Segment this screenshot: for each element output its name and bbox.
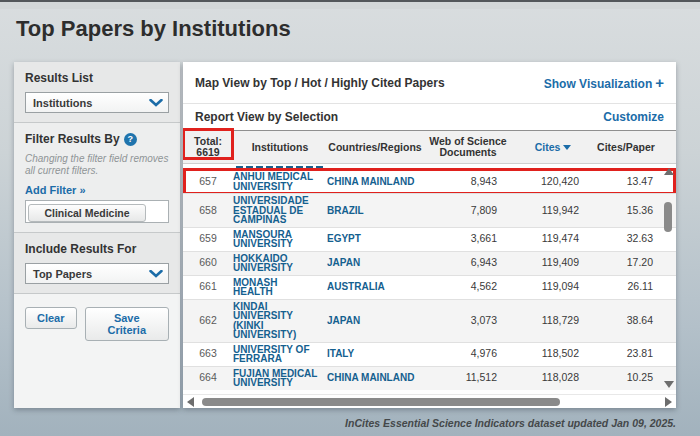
country-label: JAPAN [327, 258, 423, 268]
cites-per-paper-value: 26.11 [593, 282, 659, 292]
wos-documents-value: 3,661 [423, 234, 513, 244]
scroll-left-arrow-icon[interactable] [187, 397, 194, 407]
wos-documents-value: 3,073 [423, 316, 513, 326]
include-results-section: Include Results For Top Papers [14, 233, 180, 294]
clear-button[interactable]: Clear [25, 307, 77, 329]
table-body: 657ANHUI MEDICAL UNIVERSITYCHINA MAINLAN… [183, 164, 676, 394]
table-body-rows: 657ANHUI MEDICAL UNIVERSITYCHINA MAINLAN… [183, 169, 676, 390]
wos-documents-value: 7,809 [423, 206, 513, 216]
cites-value: 119,409 [513, 258, 593, 268]
customize-link[interactable]: Customize [603, 110, 664, 124]
cites-header-sorted[interactable]: Cites [513, 142, 593, 153]
cites-per-paper-value: 13.47 [593, 177, 659, 187]
filter-input[interactable]: Clinical Medicine [25, 200, 169, 223]
row-rank: 664 [183, 373, 233, 383]
cites-header-label: Cites [535, 141, 561, 153]
cites-value: 118,729 [513, 316, 593, 326]
wos-documents-value: 4,562 [423, 282, 513, 292]
country-label: CHINA MAINLAND [327, 177, 423, 187]
table-row: 664FUJIAN MEDICAL UNIVERSITYCHINA MAINLA… [183, 366, 676, 390]
chevron-down-icon [149, 270, 163, 278]
table-row: 662KINDAI UNIVERSITY (KINKI UNIVERSITY)J… [183, 299, 676, 342]
wos-documents-header[interactable]: Web of Science Documents [423, 136, 513, 158]
horizontal-scroll-thumb[interactable] [202, 398, 560, 406]
vertical-scrollbar[interactable] [662, 166, 674, 390]
cites-value: 118,502 [513, 349, 593, 359]
row-rank: 659 [183, 234, 233, 244]
wos-documents-value: 8,943 [423, 177, 513, 187]
country-label: ITALY [327, 349, 423, 359]
browser-top-strip [0, 0, 700, 9]
show-visualization-label: Show Visualization [544, 77, 652, 91]
total-value: 6619 [183, 147, 233, 158]
table-row: 660HOKKAIDO UNIVERSITYJAPAN6,943119,4091… [183, 251, 676, 275]
sort-descending-icon [563, 145, 571, 150]
save-criteria-button[interactable]: Save Criteria [85, 307, 169, 341]
cites-per-paper-value: 17.20 [593, 258, 659, 268]
row-rank: 658 [183, 206, 233, 216]
dataset-update-note: InCites Essential Science Indicators dat… [345, 417, 676, 429]
institution-link[interactable]: ANHUI MEDICAL UNIVERSITY [233, 172, 327, 191]
country-label: JAPAN [327, 316, 423, 326]
institutions-header[interactable]: Institutions [233, 142, 327, 153]
report-view-title: Report View by Selection [195, 110, 338, 124]
filter-results-by-label: Filter Results By? [25, 132, 169, 146]
row-rank: 663 [183, 349, 233, 359]
scroll-up-arrow-icon[interactable] [664, 168, 674, 175]
wos-documents-value: 11,512 [423, 373, 513, 383]
sidebar: Results List Institutions Filter Results… [14, 62, 180, 408]
row-rank: 660 [183, 258, 233, 268]
table-row: 663UNIVERSITY OF FERRARAITALY4,976118,50… [183, 342, 676, 366]
help-question-icon[interactable]: ? [124, 133, 137, 146]
institution-link[interactable]: UNIVERSIDADE ESTADUAL DE CAMPINAS [233, 196, 327, 225]
institution-link[interactable]: HOKKAIDO UNIVERSITY [233, 254, 327, 273]
results-list-select[interactable]: Institutions [25, 92, 169, 113]
show-visualization-link[interactable]: Show Visualization+ [544, 74, 664, 91]
country-label: EGYPT [327, 234, 423, 244]
institution-link[interactable]: MANSOURA UNIVERSITY [233, 230, 327, 249]
cites-value: 119,474 [513, 234, 593, 244]
map-view-bar: Map View by Top / Hot / Highly Cited Pap… [183, 62, 676, 104]
include-results-label: Include Results For [25, 242, 169, 256]
cites-value: 119,942 [513, 206, 593, 216]
horizontal-scrollbar[interactable] [183, 394, 676, 408]
institution-link[interactable]: KINDAI UNIVERSITY (KINKI UNIVERSITY) [233, 302, 327, 340]
content-layout: Results List Institutions Filter Results… [14, 62, 676, 408]
horizontal-scroll-track[interactable] [200, 397, 659, 407]
table-row: 657ANHUI MEDICAL UNIVERSITYCHINA MAINLAN… [183, 169, 676, 193]
cites-per-paper-value: 38.64 [593, 316, 659, 326]
cites-per-paper-value: 23.81 [593, 349, 659, 359]
total-header-cell: Total: 6619 [183, 136, 233, 158]
cites-per-paper-value: 15.36 [593, 206, 659, 216]
page-title: Top Papers by Institutions [16, 16, 291, 42]
wos-documents-value: 4,976 [423, 349, 513, 359]
include-results-select[interactable]: Top Papers [25, 263, 169, 284]
results-list-selected-value: Institutions [33, 97, 92, 109]
results-list-label: Results List [25, 71, 169, 85]
plus-icon: + [655, 74, 664, 91]
table-row: 659MANSOURA UNIVERSITYEGYPT3,661119,4743… [183, 227, 676, 251]
cites-value: 119,094 [513, 282, 593, 292]
filter-results-by-text: Filter Results By [25, 132, 120, 146]
main-panel: Map View by Top / Hot / Highly Cited Pap… [183, 62, 676, 408]
filter-section: Filter Results By? Changing the filter f… [14, 123, 180, 233]
institution-link[interactable]: FUJIAN MEDICAL UNIVERSITY [233, 369, 327, 388]
vertical-scroll-thumb[interactable] [664, 202, 672, 232]
scroll-right-arrow-icon[interactable] [665, 397, 672, 407]
add-filter-link[interactable]: Add Filter » [25, 184, 169, 196]
include-results-selected-value: Top Papers [33, 268, 92, 280]
institution-link[interactable]: MONASH HEALTH [233, 278, 327, 297]
country-label: CHINA MAINLAND [327, 373, 423, 383]
country-label: BRAZIL [327, 206, 423, 216]
filter-note: Changing the filter field removes all cu… [25, 153, 169, 177]
scroll-down-arrow-icon[interactable] [664, 381, 674, 388]
country-label: AUSTRALIA [327, 282, 423, 292]
report-view-bar: Report View by Selection Customize [183, 104, 676, 131]
table-row: 661MONASH HEALTHAUSTRALIA4,562119,09426.… [183, 275, 676, 299]
cites-per-paper-header[interactable]: Cites/Paper [593, 142, 659, 153]
table-row: 658UNIVERSIDADE ESTADUAL DE CAMPINASBRAZ… [183, 193, 676, 227]
cites-value: 120,420 [513, 177, 593, 187]
countries-header[interactable]: Countries/Regions [327, 142, 423, 153]
institution-link[interactable]: UNIVERSITY OF FERRARA [233, 345, 327, 364]
active-filter-tag[interactable]: Clinical Medicine [28, 204, 146, 222]
